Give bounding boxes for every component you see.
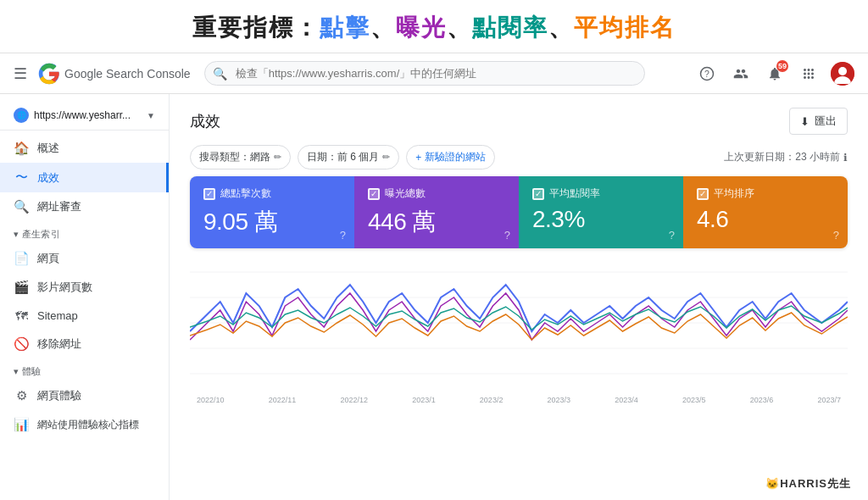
sidebar-item-url-label: 網址審查 bbox=[37, 199, 81, 214]
title-bar: 重要指標：點擊、曝光、點閱率、平均排名 bbox=[0, 0, 868, 53]
core-vitals-icon: 📊 bbox=[14, 417, 29, 432]
logo-text: Google Search Console bbox=[64, 67, 191, 81]
user-avatar[interactable] bbox=[831, 62, 854, 86]
position-value: 4.6 bbox=[697, 206, 834, 233]
sidebar-item-sitemap[interactable]: 🗺 Sitemap bbox=[0, 302, 169, 330]
performance-icon: 〜 bbox=[14, 169, 29, 186]
nav-icons: ? 59 bbox=[695, 62, 854, 86]
position-help-icon[interactable]: ? bbox=[833, 229, 839, 242]
sidebar-item-sitemap-label: Sitemap bbox=[37, 309, 78, 322]
clicks-label: 總點擊次數 bbox=[220, 186, 271, 201]
info-icon: ℹ bbox=[843, 152, 848, 164]
sidebar: 🌐 https://www.yesharr... ▼ 🏠 概述 〜 成效 🔍 網… bbox=[0, 94, 170, 500]
performance-chart bbox=[190, 255, 848, 391]
search-icon: 🔍 bbox=[213, 67, 227, 81]
notification-badge: 59 bbox=[776, 60, 788, 72]
apps-icon[interactable] bbox=[797, 62, 821, 86]
sidebar-domain[interactable]: 🌐 https://www.yesharr... ▼ bbox=[0, 101, 169, 131]
content-area: 成效 ⬇ 匯出 搜尋類型：網路 ✏ 日期：前 6 個月 ✏ bbox=[170, 94, 868, 500]
hamburger-icon[interactable]: ☰ bbox=[14, 64, 27, 83]
domain-label: https://www.yesharr... bbox=[34, 109, 131, 121]
ctr-label: 平均點閱率 bbox=[549, 186, 600, 201]
date-filter[interactable]: 日期：前 6 個月 ✏ bbox=[298, 145, 399, 169]
help-icon[interactable]: ? bbox=[695, 62, 719, 86]
notification-icon[interactable]: 59 bbox=[763, 62, 787, 86]
edit-icon-2: ✏ bbox=[382, 152, 390, 163]
sidebar-item-performance-label: 成效 bbox=[37, 170, 59, 186]
ctr-checkbox[interactable]: ✓ bbox=[532, 188, 544, 200]
main-container: ☰ Google Search Console 🔍 ? bbox=[0, 53, 868, 500]
metric-card-ctr[interactable]: ✓ 平均點閱率 2.3% ? bbox=[519, 176, 683, 248]
impressions-label: 曝光總數 bbox=[385, 186, 426, 201]
sidebar-item-pages-label: 網頁 bbox=[37, 251, 59, 266]
chevron-down-icon: ▼ bbox=[147, 111, 155, 120]
sidebar-item-pages[interactable]: 📄 網頁 bbox=[0, 244, 169, 273]
sidebar-item-web-vitals[interactable]: ⚙ 網頁體驗 bbox=[0, 381, 169, 410]
metric-card-position-header: ✓ 平均排序 bbox=[697, 186, 834, 201]
sidebar-item-removals-label: 移除網址 bbox=[37, 336, 81, 352]
add-filter-button[interactable]: + 新驗證的網站 bbox=[406, 145, 495, 169]
chart-x-axis: 2022/10 2022/11 2022/12 2023/1 2023/2 20… bbox=[190, 394, 848, 404]
sidebar-item-removals[interactable]: 🚫 移除網址 bbox=[0, 330, 169, 358]
chart-area: 2022/10 2022/11 2022/12 2023/1 2023/2 20… bbox=[190, 255, 848, 416]
export-icon: ⬇ bbox=[800, 115, 810, 128]
page-title: 重要指標：點擊、曝光、點閱率、平均排名 bbox=[0, 12, 868, 44]
pages-icon: 📄 bbox=[14, 251, 29, 266]
clicks-value: 9.05 萬 bbox=[203, 206, 341, 238]
sidebar-item-url-inspection[interactable]: 🔍 網址審查 bbox=[0, 192, 169, 221]
clicks-help-icon[interactable]: ? bbox=[340, 229, 346, 242]
web-vitals-icon: ⚙ bbox=[14, 388, 29, 403]
filter-bar: 搜尋類型：網路 ✏ 日期：前 6 個月 ✏ + 新驗證的網站 上次更新日期：23… bbox=[190, 145, 848, 169]
content-header: 成效 ⬇ 匯出 bbox=[190, 108, 848, 135]
metric-card-clicks[interactable]: ✓ 總點擊次數 9.05 萬 ? bbox=[190, 176, 354, 248]
svg-point-3 bbox=[838, 67, 847, 75]
video-icon: 🎬 bbox=[14, 280, 29, 295]
sidebar-item-web-vitals-label: 網頁體驗 bbox=[37, 388, 81, 403]
impressions-value: 446 萬 bbox=[368, 206, 505, 238]
export-button[interactable]: ⬇ 匯出 bbox=[789, 108, 848, 135]
removals-icon: 🚫 bbox=[14, 336, 29, 352]
metric-card-impressions-header: ✓ 曝光總數 bbox=[368, 186, 505, 201]
google-logo-icon bbox=[37, 62, 61, 86]
metric-card-impressions[interactable]: ✓ 曝光總數 446 萬 ? bbox=[354, 176, 519, 248]
home-icon: 🏠 bbox=[14, 141, 29, 156]
domain-icon: 🌐 bbox=[14, 108, 29, 123]
accounts-icon[interactable] bbox=[729, 62, 753, 86]
search-input[interactable] bbox=[204, 61, 645, 86]
impressions-checkbox[interactable]: ✓ bbox=[368, 188, 380, 200]
sidebar-section-index: ▾ 產生索引 bbox=[0, 221, 169, 244]
watermark: 🐱HARRIS先生 bbox=[765, 476, 851, 492]
plus-icon: + bbox=[415, 152, 421, 164]
logo-area: Google Search Console bbox=[37, 62, 191, 86]
sidebar-item-video[interactable]: 🎬 影片網頁數 bbox=[0, 273, 169, 302]
sidebar-item-core-vitals[interactable]: 📊 網站使用體驗核心指標 bbox=[0, 410, 169, 439]
position-label: 平均排序 bbox=[714, 186, 754, 201]
sidebar-item-video-label: 影片網頁數 bbox=[37, 280, 92, 295]
metric-card-position[interactable]: ✓ 平均排序 4.6 ? bbox=[683, 176, 848, 248]
position-checkbox[interactable]: ✓ bbox=[697, 188, 709, 200]
sidebar-item-performance[interactable]: 〜 成效 bbox=[0, 163, 169, 192]
ctr-help-icon[interactable]: ? bbox=[669, 229, 675, 242]
sidebar-item-overview-label: 概述 bbox=[37, 141, 59, 156]
svg-text:?: ? bbox=[704, 68, 709, 78]
sidebar-item-overview[interactable]: 🏠 概述 bbox=[0, 134, 169, 163]
header-nav: ☰ Google Search Console 🔍 ? bbox=[0, 53, 868, 94]
edit-icon: ✏ bbox=[274, 152, 281, 163]
url-inspection-icon: 🔍 bbox=[14, 199, 29, 214]
impressions-help-icon[interactable]: ? bbox=[504, 229, 510, 242]
search-type-filter[interactable]: 搜尋類型：網路 ✏ bbox=[190, 145, 291, 169]
sitemap-icon: 🗺 bbox=[14, 308, 29, 323]
sidebar-section-experience: ▾ 體驗 bbox=[0, 358, 169, 381]
metric-card-ctr-header: ✓ 平均點閱率 bbox=[532, 186, 670, 201]
ctr-value: 2.3% bbox=[532, 206, 670, 233]
update-info: 上次更新日期：23 小時前 ℹ bbox=[724, 150, 848, 164]
content-title: 成效 bbox=[190, 111, 220, 131]
layout-body: 🌐 https://www.yesharr... ▼ 🏠 概述 〜 成效 🔍 網… bbox=[0, 94, 868, 500]
search-bar[interactable]: 🔍 bbox=[204, 61, 645, 86]
metric-card-clicks-header: ✓ 總點擊次數 bbox=[203, 186, 341, 201]
clicks-checkbox[interactable]: ✓ bbox=[203, 188, 215, 200]
metric-cards: ✓ 總點擊次數 9.05 萬 ? ✓ 曝光總數 446 萬 ? bbox=[190, 176, 848, 248]
sidebar-item-core-vitals-label: 網站使用體驗核心指標 bbox=[37, 419, 139, 431]
